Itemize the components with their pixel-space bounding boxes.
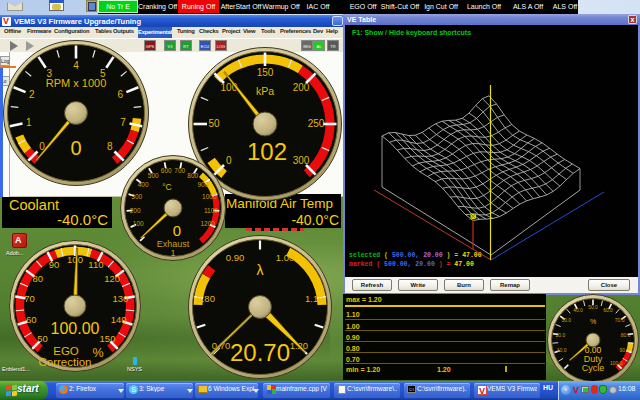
svg-text:140: 140 xyxy=(111,314,127,325)
svg-text:6: 6 xyxy=(118,89,124,100)
svg-text:70.0: 70.0 xyxy=(615,317,625,323)
svg-text:100.0: 100.0 xyxy=(610,360,623,366)
svg-text:60.0: 60.0 xyxy=(603,307,613,313)
svg-text:4: 4 xyxy=(73,60,79,71)
svg-text:300: 300 xyxy=(293,155,310,166)
svg-text:1.00: 1.00 xyxy=(276,252,295,263)
svg-text:0.80: 0.80 xyxy=(196,293,215,304)
svg-text:200: 200 xyxy=(130,207,141,214)
svg-text:0: 0 xyxy=(173,222,181,239)
svg-text:1200: 1200 xyxy=(200,220,215,227)
svg-text:Cycle: Cycle xyxy=(582,363,605,373)
svg-text:150: 150 xyxy=(100,333,116,344)
svg-text:kPa: kPa xyxy=(256,85,274,97)
svg-text:50: 50 xyxy=(208,118,220,129)
svg-text:7: 7 xyxy=(120,117,126,128)
svg-text:40.0: 40.0 xyxy=(573,307,583,313)
svg-text:1: 1 xyxy=(26,117,32,128)
svg-text:100.00: 100.00 xyxy=(51,320,100,337)
svg-text:900: 900 xyxy=(197,181,208,188)
svg-text:200: 200 xyxy=(293,82,310,93)
svg-text:150: 150 xyxy=(257,67,274,78)
svg-text:20.70: 20.70 xyxy=(230,339,290,366)
svg-text:80: 80 xyxy=(33,273,44,284)
svg-text:600: 600 xyxy=(161,167,172,174)
svg-text:400: 400 xyxy=(138,181,149,188)
svg-text:2: 2 xyxy=(29,89,35,100)
svg-text:°C: °C xyxy=(162,182,172,192)
svg-text:1100: 1100 xyxy=(204,207,218,214)
svg-text:90.0: 90.0 xyxy=(620,347,630,353)
svg-text:30.0: 30.0 xyxy=(561,317,571,323)
svg-text:50.0: 50.0 xyxy=(588,304,598,310)
svg-text:1000: 1000 xyxy=(202,193,217,200)
svg-text:300: 300 xyxy=(131,193,142,200)
svg-text:110: 110 xyxy=(88,259,103,270)
svg-text:700: 700 xyxy=(174,167,185,174)
svg-text:0.90: 0.90 xyxy=(226,252,245,263)
svg-text:0: 0 xyxy=(226,155,232,166)
svg-text:70: 70 xyxy=(24,293,35,304)
svg-text:λ: λ xyxy=(257,262,264,278)
svg-text:0: 0 xyxy=(70,137,81,159)
svg-text:Correction: Correction xyxy=(38,356,91,368)
svg-text:1.10: 1.10 xyxy=(305,293,324,304)
svg-text:%: % xyxy=(92,346,103,360)
svg-text:20.0: 20.0 xyxy=(556,332,566,338)
svg-text:RPM x 1000: RPM x 1000 xyxy=(46,77,107,89)
svg-text:102: 102 xyxy=(247,138,287,165)
svg-text:500: 500 xyxy=(148,172,159,179)
svg-text:120: 120 xyxy=(104,273,120,284)
svg-text:8: 8 xyxy=(107,141,113,152)
svg-text:10.0: 10.0 xyxy=(557,347,567,353)
svg-text:130: 130 xyxy=(112,293,128,304)
svg-text:50: 50 xyxy=(37,333,48,344)
svg-text:1: 1 xyxy=(170,248,175,258)
svg-text:800: 800 xyxy=(187,172,198,179)
svg-text:90: 90 xyxy=(49,259,60,270)
svg-text:100: 100 xyxy=(133,220,144,227)
svg-text:250: 250 xyxy=(308,118,325,129)
svg-text:80.0: 80.0 xyxy=(621,332,631,338)
svg-text:100: 100 xyxy=(67,254,83,265)
svg-text:%: % xyxy=(590,318,596,325)
svg-text:60: 60 xyxy=(26,314,37,325)
